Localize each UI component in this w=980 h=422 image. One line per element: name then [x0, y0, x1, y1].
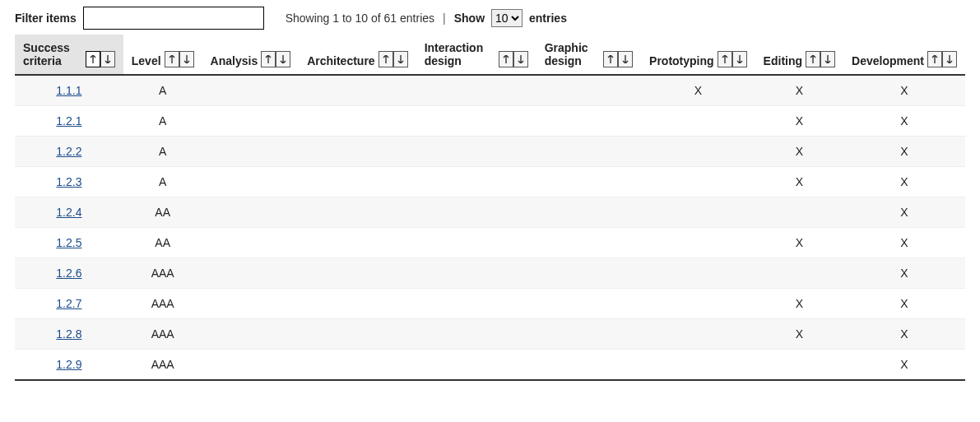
cell-editing [755, 350, 843, 381]
cell-editing: X [755, 167, 843, 197]
table-row: 1.2.4AAX [15, 197, 965, 228]
cell-criteria: 1.2.6 [15, 258, 123, 289]
cell-graphic [536, 258, 641, 289]
column-header-interaction: Interaction design [416, 35, 536, 75]
cell-prototyping: X [641, 75, 755, 106]
cell-graphic [536, 197, 641, 228]
cell-analysis [202, 258, 300, 289]
cell-development: X [843, 197, 965, 228]
cell-graphic [536, 167, 641, 197]
cell-criteria: 1.2.3 [15, 167, 123, 197]
cell-prototyping [641, 289, 755, 319]
cell-architecture [299, 197, 416, 228]
cell-architecture [299, 167, 416, 197]
sort-desc-button[interactable] [393, 51, 408, 67]
sort-desc-button[interactable] [276, 51, 290, 67]
cell-level: AAA [123, 289, 202, 319]
cell-level: AA [123, 197, 202, 228]
criteria-link[interactable]: 1.2.5 [56, 236, 81, 249]
cell-prototyping [641, 137, 755, 167]
filter-label: Filter items [15, 12, 77, 25]
cell-editing: X [755, 289, 843, 319]
cell-interaction [416, 350, 536, 381]
sort-asc-button[interactable] [718, 51, 732, 67]
column-header-development: Development [843, 35, 965, 75]
column-header-label: Development [852, 54, 924, 67]
filter-input[interactable] [83, 7, 264, 30]
cell-graphic [536, 228, 641, 258]
cell-criteria: 1.2.7 [15, 289, 123, 319]
cell-architecture [299, 75, 416, 106]
column-header-prototyping: Prototyping [641, 35, 755, 75]
sort-asc-button[interactable] [499, 51, 513, 67]
column-header-label: Success criteria [23, 41, 82, 67]
sort-desc-button[interactable] [179, 51, 194, 67]
cell-analysis [202, 137, 300, 167]
sort-asc-button[interactable] [927, 51, 942, 67]
column-header-architecture: Architecture [299, 35, 416, 75]
cell-editing [755, 258, 843, 289]
cell-criteria: 1.2.5 [15, 228, 123, 258]
sort-asc-button[interactable] [379, 51, 393, 67]
cell-analysis [202, 167, 300, 197]
show-entries-select[interactable]: 10 [491, 9, 523, 27]
cell-editing: X [755, 319, 843, 350]
cell-architecture [299, 350, 416, 381]
criteria-link[interactable]: 1.2.1 [56, 114, 81, 128]
cell-interaction [416, 289, 536, 319]
criteria-link[interactable]: 1.2.7 [56, 297, 81, 310]
sort-desc-button[interactable] [820, 51, 835, 67]
cell-level: AAA [123, 350, 202, 381]
column-header-label: Interaction design [425, 41, 495, 67]
criteria-link[interactable]: 1.2.6 [56, 267, 81, 280]
table-toolbar: Filter items Showing 1 to 10 of 61 entri… [15, 7, 965, 30]
criteria-link[interactable]: 1.1.1 [56, 84, 81, 97]
sort-asc-button[interactable] [806, 51, 820, 67]
cell-architecture [299, 289, 416, 319]
cell-analysis [202, 197, 300, 228]
sort-asc-button[interactable] [165, 51, 179, 67]
sort-desc-button[interactable] [732, 51, 747, 67]
cell-level: A [123, 137, 202, 167]
cell-development: X [843, 319, 965, 350]
cell-level: AAA [123, 258, 202, 289]
sort-desc-button[interactable] [618, 51, 633, 67]
cell-interaction [416, 75, 536, 106]
cell-development: X [843, 289, 965, 319]
sort-desc-button[interactable] [942, 51, 957, 67]
criteria-link[interactable]: 1.2.9 [56, 358, 81, 371]
column-header-graphic: Graphic design [536, 35, 641, 75]
sort-asc-button[interactable] [603, 51, 618, 67]
cell-development: X [843, 75, 965, 106]
sort-desc-button[interactable] [100, 51, 115, 67]
column-header-label: Editing [764, 54, 802, 67]
cell-graphic [536, 350, 641, 381]
cell-analysis [202, 289, 300, 319]
sort-desc-button[interactable] [513, 51, 528, 67]
column-header-editing: Editing [755, 35, 843, 75]
sort-asc-button[interactable] [86, 51, 100, 67]
cell-editing: X [755, 106, 843, 137]
show-label: Show [454, 12, 485, 25]
table-row: 1.2.9AAAX [15, 350, 965, 381]
cell-prototyping [641, 106, 755, 137]
cell-criteria: 1.2.9 [15, 350, 123, 381]
criteria-link[interactable]: 1.2.3 [56, 175, 81, 188]
cell-development: X [843, 258, 965, 289]
table-row: 1.1.1AXXX [15, 75, 965, 106]
cell-development: X [843, 167, 965, 197]
entries-suffix: entries [529, 12, 567, 25]
cell-architecture [299, 258, 416, 289]
sort-asc-button[interactable] [261, 51, 276, 67]
column-header-level: Level [123, 35, 202, 75]
cell-interaction [416, 319, 536, 350]
cell-interaction [416, 258, 536, 289]
criteria-link[interactable]: 1.2.4 [56, 206, 81, 219]
criteria-link[interactable]: 1.2.2 [56, 145, 81, 158]
table-row: 1.2.2AXX [15, 137, 965, 167]
cell-editing: X [755, 75, 843, 106]
cell-interaction [416, 167, 536, 197]
cell-criteria: 1.2.2 [15, 137, 123, 167]
criteria-link[interactable]: 1.2.8 [56, 327, 81, 341]
table-row: 1.2.5AAXX [15, 228, 965, 258]
